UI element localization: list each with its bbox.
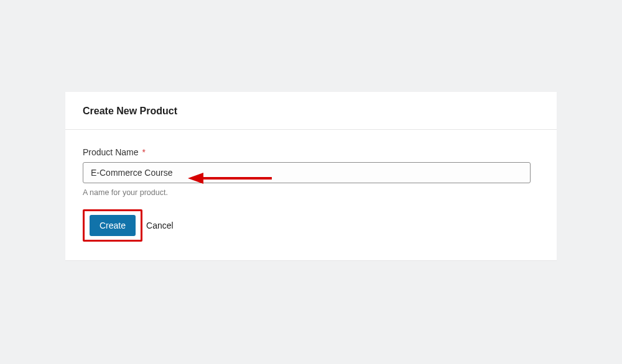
create-button[interactable]: Create — [90, 215, 136, 236]
create-product-panel: Create New Product Product Name * A name… — [65, 92, 557, 260]
panel-title: Create New Product — [83, 106, 539, 117]
highlight-annotation: Create — [83, 209, 142, 242]
product-name-label: Product Name — [83, 147, 138, 157]
product-name-description: A name for your product. — [83, 188, 539, 197]
product-name-input[interactable] — [83, 162, 531, 183]
cancel-button[interactable]: Cancel — [146, 221, 174, 230]
panel-body: Product Name * A name for your product. … — [65, 130, 557, 260]
required-asterisk: * — [142, 147, 145, 157]
button-row: Create Cancel — [83, 209, 539, 242]
panel-header: Create New Product — [65, 92, 557, 130]
product-name-label-row: Product Name * — [83, 147, 539, 157]
